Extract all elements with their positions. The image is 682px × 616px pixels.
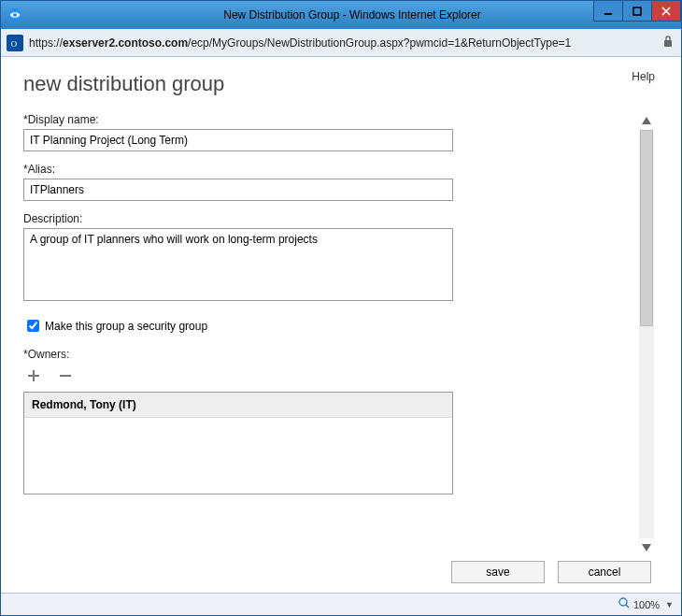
svg-rect-3 (633, 7, 641, 15)
form-area: *Display name: *Alias: Description: Make… (23, 113, 638, 555)
owners-toolbar (23, 364, 625, 392)
zoom-icon[interactable] (618, 597, 630, 611)
description-label: Description: (23, 212, 625, 225)
add-owner-button[interactable] (25, 367, 42, 384)
status-bar: 100% ▼ (1, 593, 681, 615)
svg-rect-8 (664, 40, 672, 47)
window-controls (594, 1, 681, 21)
lock-icon (662, 35, 675, 50)
display-name-input[interactable] (23, 129, 453, 151)
scroll-down-button[interactable] (639, 540, 654, 555)
alias-input[interactable] (23, 179, 453, 201)
url-scheme: https:// (29, 36, 63, 50)
svg-rect-2 (604, 13, 612, 15)
security-group-checkbox[interactable] (27, 320, 39, 332)
window-title: New Distribution Group - Windows Interne… (23, 8, 681, 21)
alias-label: *Alias: (23, 163, 625, 176)
url-text[interactable]: https://exserver2.contoso.com/ecp/MyGrou… (29, 36, 657, 50)
svg-text:O: O (11, 38, 17, 48)
security-group-checkbox-row[interactable]: Make this group a security group (23, 317, 625, 335)
cancel-button[interactable]: cancel (558, 561, 651, 583)
svg-point-14 (619, 598, 627, 606)
save-button[interactable]: save (451, 561, 545, 583)
display-name-label: *Display name: (23, 113, 625, 126)
svg-line-15 (626, 605, 629, 608)
help-link[interactable]: Help (632, 70, 655, 83)
dialog-button-row: save cancel (23, 561, 655, 583)
owners-list[interactable]: Redmond, Tony (IT) (23, 392, 453, 494)
window-titlebar: New Distribution Group - Windows Interne… (1, 1, 681, 29)
address-bar: O https://exserver2.contoso.com/ecp/MyGr… (1, 29, 681, 57)
url-path: /ecp/MyGroups/NewDistributionGroup.aspx?… (188, 36, 571, 50)
description-input[interactable] (23, 228, 453, 301)
maximize-button[interactable] (622, 1, 652, 21)
owners-label: *Owners: (23, 348, 625, 361)
minimize-button[interactable] (593, 1, 623, 21)
remove-owner-button[interactable] (57, 367, 74, 384)
outlook-icon: O (7, 35, 23, 51)
scroll-track[interactable] (639, 130, 654, 538)
svg-point-1 (13, 13, 17, 17)
svg-marker-12 (642, 117, 651, 124)
url-host: exserver2.contoso.com (63, 36, 188, 50)
scroll-up-button[interactable] (639, 113, 654, 128)
zoom-level[interactable]: 100% (633, 599, 660, 610)
page-content: new distribution group Help *Display nam… (1, 57, 677, 593)
ie-icon (7, 7, 23, 23)
page-title: new distribution group (23, 72, 224, 96)
list-item[interactable]: Redmond, Tony (IT) (24, 393, 452, 418)
security-group-label: Make this group a security group (45, 320, 207, 333)
scroll-thumb[interactable] (640, 130, 653, 326)
svg-marker-13 (642, 544, 651, 552)
zoom-dropdown-icon[interactable]: ▼ (665, 600, 674, 609)
close-button[interactable] (651, 1, 681, 21)
form-scrollbar[interactable] (638, 113, 655, 555)
